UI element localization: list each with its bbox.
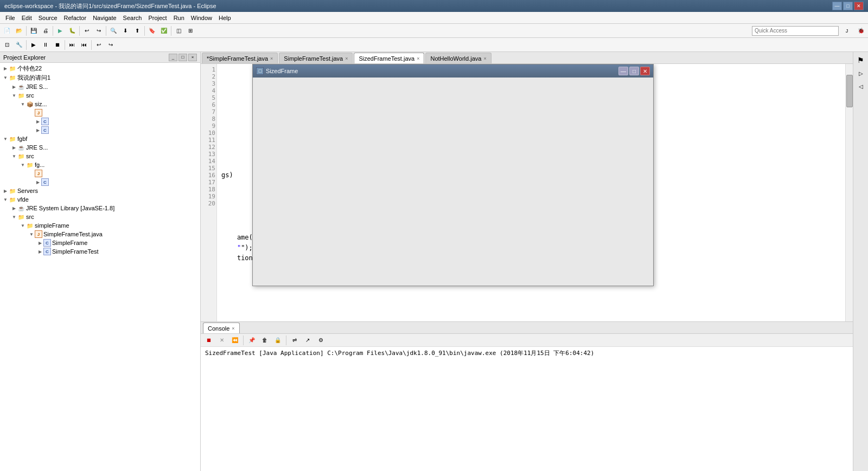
console-stop-btn[interactable]: ⏹ bbox=[203, 334, 215, 346]
sized-frame-minimize[interactable]: — bbox=[618, 67, 628, 75]
sized-frame-close[interactable]: ✕ bbox=[640, 67, 650, 75]
tab-close-4[interactable]: × bbox=[483, 56, 486, 61]
tab-sizedframetest[interactable]: SizedFrameTest.java × bbox=[354, 53, 424, 63]
redo-button[interactable]: ↪ bbox=[93, 25, 105, 37]
menu-window[interactable]: Window bbox=[188, 12, 215, 23]
tree-item-child2[interactable]: ▶ C bbox=[0, 126, 200, 134]
side-icon-2[interactable]: ▷ bbox=[855, 67, 867, 79]
menu-project[interactable]: Project bbox=[145, 12, 170, 23]
tree-item-src3[interactable]: ▼ 📁 src bbox=[0, 152, 200, 160]
menu-search[interactable]: Search bbox=[120, 12, 145, 23]
open-perspective-button[interactable]: ⊞ bbox=[184, 25, 196, 37]
minimize-button[interactable]: — bbox=[832, 2, 842, 10]
console-pin-btn[interactable]: 📌 bbox=[246, 334, 258, 346]
tab-simpleframetest[interactable]: SimpleFrameTest.java × bbox=[279, 53, 353, 63]
bookmark-button[interactable]: 🔖 bbox=[146, 25, 158, 37]
console-settings-btn[interactable]: ⚙ bbox=[315, 334, 327, 346]
tree-item-child1[interactable]: ▶ C bbox=[0, 117, 200, 126]
tab-simplescreentest-modified[interactable]: *SimpleFrameTest.java × bbox=[202, 53, 278, 63]
tree-item-project3[interactable]: ▼ 📁 fgbf bbox=[0, 134, 200, 143]
tree-item-simpleframe-class[interactable]: ▶ C SimpleFrame bbox=[0, 238, 200, 247]
menu-source[interactable]: Source bbox=[35, 12, 61, 23]
tree-item-pkg1[interactable]: ▼ 📦 siz... bbox=[0, 100, 200, 108]
tree-arrow-jre-vfde: ▶ bbox=[11, 205, 17, 211]
tab-close-2[interactable]: × bbox=[345, 56, 348, 61]
right-icons-panel: ⚑ ▷ ◁ bbox=[853, 52, 868, 471]
perspective-button[interactable]: ◫ bbox=[173, 25, 184, 37]
menu-run[interactable]: Run bbox=[170, 12, 188, 23]
tree-item-jre3[interactable]: ▶ ☕ JRE S... bbox=[0, 143, 200, 152]
panel-close-btn[interactable]: × bbox=[188, 54, 197, 61]
toolbar2-btn7[interactable]: ⏮ bbox=[78, 39, 90, 51]
tree-item-jre1[interactable]: ▶ ☕ JRE S... bbox=[0, 82, 200, 91]
save-button[interactable]: 💾 bbox=[28, 25, 40, 37]
undo-button[interactable]: ↩ bbox=[81, 25, 93, 37]
prev-button[interactable]: ⬆ bbox=[131, 25, 143, 37]
menu-edit[interactable]: Edit bbox=[18, 12, 35, 23]
tree-item-simpleframetest-java[interactable]: ▼ J SimpleFrameTest.java bbox=[0, 230, 200, 238]
toolbar2-btn6[interactable]: ⏭ bbox=[66, 39, 78, 51]
toolbar2-btn9[interactable]: ↪ bbox=[105, 39, 117, 51]
toolbar-separator-5 bbox=[144, 26, 145, 36]
tree-label-jre1: JRE S... bbox=[26, 83, 48, 90]
tab-nothelloworld[interactable]: NotHelloWorld.java × bbox=[425, 53, 491, 63]
panel-minimize-btn[interactable]: _ bbox=[169, 54, 177, 61]
toolbar2-btn2[interactable]: 🔧 bbox=[13, 39, 25, 51]
console-disconnect-btn[interactable]: ⏪ bbox=[229, 334, 241, 346]
tab-close-3[interactable]: × bbox=[417, 56, 419, 61]
quick-access-input[interactable] bbox=[752, 26, 839, 36]
debug-button[interactable]: 🐛 bbox=[66, 25, 78, 37]
java-icon-3: J bbox=[35, 170, 42, 177]
tree-item-child3[interactable]: ▶ C bbox=[0, 178, 200, 186]
tree-item-project1[interactable]: ▶ 📁 个特色22 bbox=[0, 64, 200, 73]
console-scroll-lock-btn[interactable]: 🔒 bbox=[272, 334, 284, 346]
search-toolbar-button[interactable]: 🔍 bbox=[107, 25, 119, 37]
sized-frame-maximize[interactable]: □ bbox=[629, 67, 639, 75]
console-clear-btn[interactable]: 🗑 bbox=[259, 334, 271, 346]
tree-view: ▶ 📁 个特色22 ▼ 📁 我说的请问1 ▶ ☕ JRE S... bbox=[0, 63, 200, 471]
tree-item-src1[interactable]: ▼ 📁 src bbox=[0, 91, 200, 100]
toolbar2-btn1[interactable]: ⊡ bbox=[1, 39, 13, 51]
maximize-button[interactable]: □ bbox=[843, 2, 853, 10]
side-icon-1[interactable]: ⚑ bbox=[855, 54, 867, 66]
tree-item-vfde[interactable]: ▼ 📁 vfde bbox=[0, 195, 200, 204]
new-button[interactable]: 📄 bbox=[1, 25, 13, 37]
tree-item-simpleframe-folder[interactable]: ▼ 📁 simpleFrame bbox=[0, 221, 200, 230]
tree-item-servers[interactable]: ▶ 📁 Servers bbox=[0, 186, 200, 195]
console-tab[interactable]: Console × bbox=[203, 322, 240, 333]
console-wrap-btn[interactable]: ⇌ bbox=[289, 334, 301, 346]
console-tab-close[interactable]: × bbox=[232, 326, 234, 331]
close-button[interactable]: ✕ bbox=[854, 2, 864, 10]
panel-maximize-btn[interactable]: □ bbox=[178, 54, 187, 61]
tab-close-1[interactable]: × bbox=[270, 56, 273, 61]
child-icon-2: C bbox=[41, 126, 49, 134]
tree-item-java3[interactable]: ▶ J bbox=[0, 169, 200, 178]
toolbar2-btn3[interactable]: ▶ bbox=[28, 39, 40, 51]
menu-help[interactable]: Help bbox=[215, 12, 234, 23]
toolbar2-btn4[interactable]: ⏸ bbox=[40, 39, 52, 51]
tree-item-jre-vfde[interactable]: ▶ ☕ JRE System Library [JavaSE-1.8] bbox=[0, 204, 200, 212]
side-icon-3[interactable]: ◁ bbox=[855, 80, 867, 92]
task-button[interactable]: ✅ bbox=[158, 25, 170, 37]
editor-scrollbar[interactable] bbox=[845, 64, 853, 321]
next-button[interactable]: ⬇ bbox=[119, 25, 131, 37]
menu-refactor[interactable]: Refactor bbox=[61, 12, 90, 23]
perspective-debug-icon[interactable]: 🐞 bbox=[855, 25, 867, 37]
scrollbar-thumb[interactable] bbox=[846, 75, 853, 107]
tree-item-java1[interactable]: ▶ J bbox=[0, 108, 200, 117]
menu-file[interactable]: File bbox=[2, 12, 18, 23]
console-open-btn[interactable]: ↗ bbox=[302, 334, 314, 346]
print-button[interactable]: 🖨 bbox=[40, 25, 52, 37]
open-button[interactable]: 📂 bbox=[13, 25, 25, 37]
tree-item-simpleframetest-class[interactable]: ▶ C SimpleFrameTest bbox=[0, 247, 200, 256]
tree-item-fgfolder[interactable]: ▼ 📁 fg... bbox=[0, 160, 200, 169]
console-terminate-btn[interactable]: ✕ bbox=[216, 334, 228, 346]
toolbar2-btn8[interactable]: ↩ bbox=[93, 39, 105, 51]
run-button[interactable]: ▶ bbox=[54, 25, 66, 37]
tree-item-src-vfde[interactable]: ▼ 📁 src bbox=[0, 212, 200, 221]
toolbar2-sep3 bbox=[91, 40, 92, 50]
tree-item-project2[interactable]: ▼ 📁 我说的请问1 bbox=[0, 73, 200, 82]
perspective-java-button[interactable]: J bbox=[841, 25, 853, 37]
toolbar2-btn5[interactable]: ⏹ bbox=[52, 39, 63, 51]
menu-navigate[interactable]: Navigate bbox=[90, 12, 119, 23]
